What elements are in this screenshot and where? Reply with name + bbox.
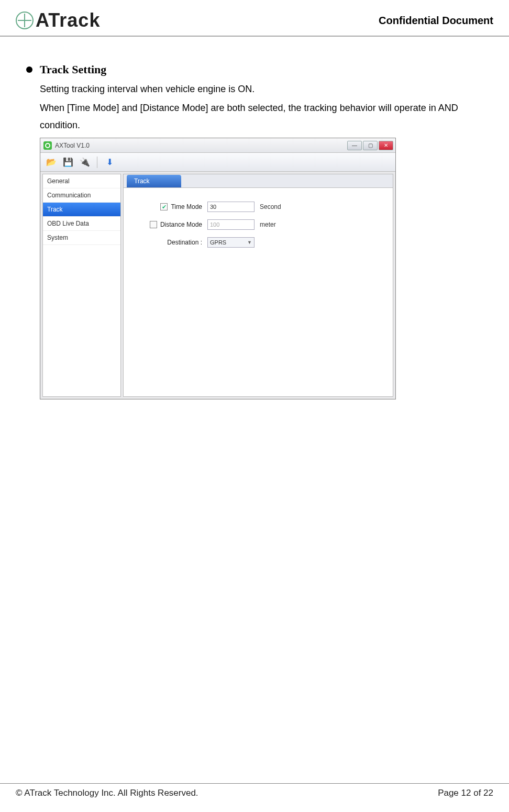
destination-combo[interactable]: GPRS ▼ [207,237,255,248]
main-panel: Track Time Mode Second Dist [123,174,393,397]
open-icon[interactable]: 📂 [46,157,57,168]
destination-value: GPRS [210,239,226,246]
footer-left: © ATrack Technology Inc. All Rights Rese… [16,788,198,798]
close-button[interactable]: ✕ [379,141,393,150]
time-mode-unit: Second [260,203,281,210]
distance-mode-unit: meter [260,221,276,228]
sidebar-item-system[interactable]: System [43,231,120,245]
destination-label: Destination : [134,239,202,246]
logo: ATrack [16,9,100,31]
time-mode-text: Time Mode [171,203,202,210]
page-footer: © ATrack Technology Inc. All Rights Rese… [0,783,509,798]
confidential-label: Confidential Document [379,15,493,27]
time-mode-label[interactable]: Time Mode [134,203,202,210]
minimize-button[interactable]: — [347,141,362,150]
distance-mode-label[interactable]: Distance Mode [134,221,202,228]
title-bar: AXTool V1.0 — ▢ ✕ [40,138,395,153]
device-icon[interactable]: 🔌 [79,157,91,168]
sidebar: General Communication Track OBD Live Dat… [42,174,121,397]
maximize-button[interactable]: ▢ [363,141,378,150]
app-body: General Communication Track OBD Live Dat… [40,172,395,399]
row-time-mode: Time Mode Second [134,202,382,212]
section-heading: Track Setting [26,63,493,76]
footer-right: Page 12 of 22 [438,788,493,798]
tab-bar: Track [124,174,393,188]
window-title: AXTool V1.0 [55,142,90,149]
app-window: AXTool V1.0 — ▢ ✕ 📂 💾 🔌 ⬇ General Commun… [40,138,396,399]
window-buttons: — ▢ ✕ [347,141,393,150]
content-area: Track Setting Setting tracking interval … [0,37,509,399]
download-icon[interactable]: ⬇ [104,157,115,168]
sidebar-item-track[interactable]: Track [43,203,120,217]
title-bar-left: AXTool V1.0 [43,141,90,150]
app-icon [43,141,52,150]
section-desc-2: When [Time Mode] and [Distance Mode] are… [40,99,493,134]
page-header: ATrack Confidential Document [0,0,509,37]
track-form: Time Mode Second Distance Mode meter [124,188,393,269]
tab-track[interactable]: Track [127,175,181,187]
save-icon[interactable]: 💾 [62,157,74,168]
distance-mode-text: Distance Mode [160,221,202,228]
row-destination: Destination : GPRS ▼ [134,237,382,248]
section-desc-1: Setting tracking interval when vehicle e… [40,81,493,97]
chevron-down-icon: ▼ [247,240,252,245]
distance-mode-checkbox[interactable] [150,221,157,228]
crosshair-icon [16,12,34,29]
distance-mode-input[interactable] [207,219,255,230]
time-mode-checkbox[interactable] [160,203,168,210]
toolbar-separator [97,157,97,168]
time-mode-input[interactable] [207,202,255,212]
section-title: Track Setting [40,63,106,76]
sidebar-item-communication[interactable]: Communication [43,188,120,203]
toolbar: 📂 💾 🔌 ⬇ [40,153,395,172]
bullet-icon [26,66,32,73]
logo-text: ATrack [36,9,100,31]
row-distance-mode: Distance Mode meter [134,219,382,230]
sidebar-item-general[interactable]: General [43,174,120,188]
sidebar-item-obd[interactable]: OBD Live Data [43,217,120,231]
